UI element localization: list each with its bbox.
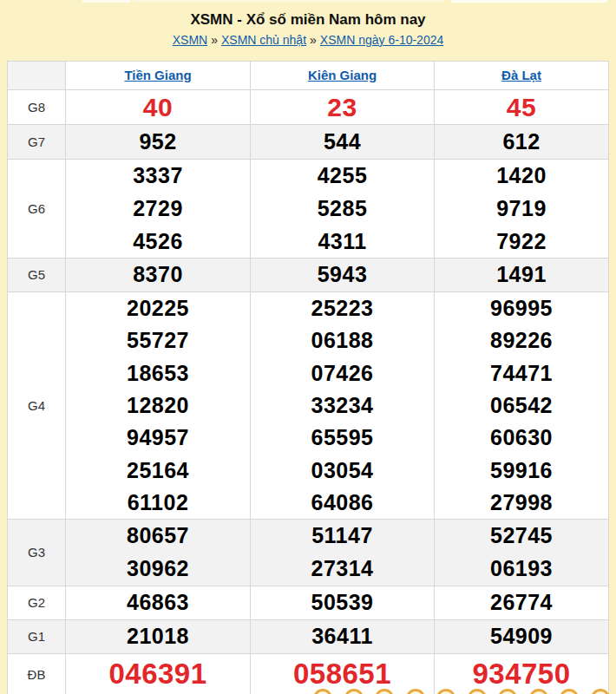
results-table: Tiền Giang Kiên Giang Đà Lạt G8402345G79… (7, 61, 609, 694)
prize-number: 06193 (435, 553, 608, 586)
prize-number: 1491 (435, 259, 608, 291)
prize-number: 20225 (66, 292, 250, 324)
prize-number: 4311 (251, 225, 434, 258)
prize-label: G6 (8, 160, 66, 259)
prize-number: 60630 (435, 422, 608, 454)
prize-number: 46863 (66, 586, 250, 619)
prize-number: 45 (435, 90, 608, 124)
top-edge-artifact (133, 0, 445, 3)
prize-cell: 26774 (435, 586, 609, 619)
prize-number: 52745 (435, 520, 608, 553)
prize-row-đb: ĐB046391058651934750 (8, 653, 609, 694)
prize-number: 94957 (66, 422, 250, 454)
breadcrumb-link-xsmn[interactable]: XSMN (173, 33, 207, 47)
prize-cell: 40 (66, 90, 251, 125)
prize-cell: 5943 (251, 258, 435, 291)
prize-cell: 46863 (66, 586, 251, 619)
prize-cell: 333727294526 (66, 160, 251, 259)
breadcrumb-link-xsmn-chu-nhat[interactable]: XSMN chủ nhật (221, 33, 306, 47)
prize-number: 89226 (435, 324, 608, 357)
prize-number: 30962 (66, 553, 250, 586)
prize-cell: 23 (251, 90, 435, 125)
prize-cell: 1491 (435, 258, 609, 291)
breadcrumb: XSMN»XSMN chủ nhật»XSMN ngày 6-10-2024 (0, 33, 616, 47)
prize-number: 65595 (251, 422, 434, 454)
prize-number: 51147 (251, 520, 434, 553)
prize-cell: 952 (66, 125, 251, 160)
prize-cell: 934750 (435, 653, 609, 694)
prize-number: 64086 (251, 487, 434, 519)
prize-label: G3 (8, 519, 66, 586)
page-title: XSMN - Xổ số miền Nam hôm nay (0, 11, 616, 29)
prize-number: 25164 (66, 454, 250, 486)
province-link-da-lat[interactable]: Đà Lạt (501, 68, 541, 82)
prize-number: 1420 (435, 160, 608, 193)
prize-number: 59916 (435, 454, 608, 486)
prize-number: 058651 (251, 654, 434, 694)
prize-row-g5: G5837059431491 (8, 258, 609, 291)
prize-number: 40 (66, 90, 250, 124)
prize-number: 33234 (251, 390, 434, 422)
prize-number: 612 (435, 125, 608, 159)
prize-cell: 45 (435, 90, 609, 125)
prize-number: 12820 (66, 390, 250, 422)
prize-cell: 25223061880742633234655950305464086 (251, 291, 435, 519)
prize-cell: 36411 (251, 619, 435, 653)
prize-number: 61102 (66, 487, 250, 519)
prize-number: 36411 (251, 620, 434, 653)
prize-row-g2: G2468635053926774 (8, 586, 609, 619)
prize-label: G7 (8, 125, 66, 160)
breadcrumb-separator: » (310, 33, 317, 47)
prize-number: 4526 (66, 225, 250, 258)
prize-number: 27314 (251, 553, 434, 586)
prize-cell: 8370 (66, 258, 251, 291)
prize-label: G1 (8, 619, 66, 653)
prize-row-g4: G420225557271865312820949572516461102252… (8, 291, 609, 519)
breadcrumb-link-xsmn-date[interactable]: XSMN ngày 6-10-2024 (320, 33, 443, 47)
prize-cell: 20225557271865312820949572516461102 (66, 291, 251, 519)
prize-row-g1: G1210183641154909 (8, 619, 609, 653)
page-header: XSMN - Xổ số miền Nam hôm nay XSMN»XSMN … (0, 0, 616, 47)
prize-label: ĐB (8, 653, 66, 694)
top-edge-artifact (82, 0, 130, 3)
column-header-kien-giang: Kiên Giang (251, 62, 435, 90)
prize-number: 046391 (66, 654, 250, 694)
prize-cell: 142097197922 (435, 160, 609, 259)
prize-number: 2729 (66, 193, 250, 226)
prize-cell: 96995892267447106542606305991627998 (435, 291, 609, 519)
prize-number: 4255 (251, 160, 434, 193)
prize-number: 934750 (435, 654, 608, 694)
prize-cell: 046391 (66, 653, 251, 694)
prize-number: 26774 (435, 586, 608, 619)
province-link-tien-giang[interactable]: Tiền Giang (124, 68, 191, 82)
prize-number: 21018 (66, 620, 250, 653)
prize-cell: 544 (251, 125, 435, 160)
prize-number: 3337 (66, 160, 250, 193)
prize-label: G4 (8, 291, 66, 519)
prize-number: 18653 (66, 357, 250, 390)
prize-number: 96995 (435, 292, 608, 324)
prize-cell: 5114727314 (251, 519, 435, 586)
corner-cell (8, 62, 66, 90)
prize-number: 544 (251, 125, 434, 159)
province-link-kien-giang[interactable]: Kiên Giang (308, 68, 377, 82)
prize-cell: 50539 (251, 586, 435, 619)
prize-number: 03054 (251, 454, 434, 486)
prize-number: 9719 (435, 193, 608, 226)
column-header-tien-giang: Tiền Giang (66, 62, 251, 90)
prize-number: 8370 (66, 259, 250, 291)
prize-number: 23 (251, 90, 434, 124)
prize-number: 06542 (435, 390, 608, 422)
results-tbody: G8402345G7952544612G63337272945264255528… (8, 90, 609, 694)
prize-cell: 612 (435, 125, 609, 160)
prize-cell: 54909 (435, 619, 609, 653)
prize-label: G5 (8, 258, 66, 291)
prize-number: 50539 (251, 586, 434, 619)
prize-label: G2 (8, 586, 66, 619)
prize-row-g3: G3806573096251147273145274506193 (8, 519, 609, 586)
prize-number: 7922 (435, 225, 608, 258)
prize-cell: 8065730962 (66, 519, 251, 586)
prize-number: 54909 (435, 620, 608, 653)
top-edge-artifact (451, 0, 607, 3)
prize-cell: 058651 (251, 653, 435, 694)
